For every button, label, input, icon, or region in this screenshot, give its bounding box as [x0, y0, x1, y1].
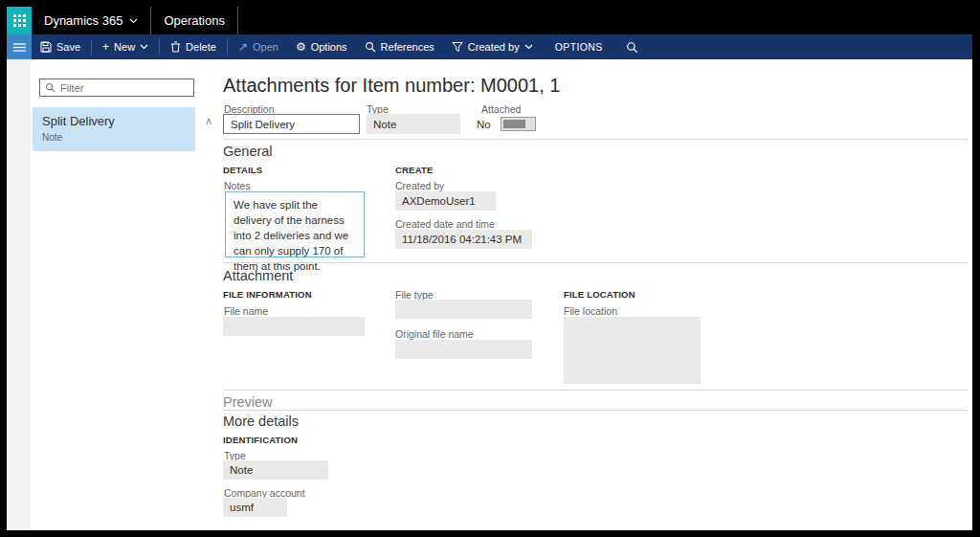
new-button[interactable]: + New — [94, 34, 157, 59]
trash-icon — [170, 41, 181, 53]
file-location-field — [564, 317, 701, 384]
page-title: Attachments for Item number: M0001, 1 — [223, 75, 560, 97]
divider — [223, 410, 968, 411]
open-external-icon: ↗ — [238, 41, 248, 53]
hamburger-icon — [13, 43, 26, 52]
delete-button[interactable]: Delete — [162, 34, 225, 59]
search-icon — [626, 41, 638, 54]
file-name-field — [223, 317, 365, 336]
chevron-down-icon — [140, 44, 148, 50]
attached-toggle[interactable] — [501, 117, 536, 131]
section-preview[interactable]: Preview — [223, 394, 273, 410]
product-name[interactable]: Operations — [151, 7, 238, 34]
created-datetime-field: 11/18/2016 04:21:43 PM — [395, 230, 532, 249]
search-button[interactable] — [616, 34, 648, 59]
screenshot-frame: Dynamics 365 Operations Save + — [0, 0, 980, 537]
attached-label: Attached — [481, 103, 521, 115]
list-item-split-delivery[interactable]: Split Delivery Note — [33, 107, 195, 151]
new-label: New — [114, 41, 135, 53]
original-file-name-field — [395, 340, 532, 359]
separator — [227, 39, 228, 55]
tab-options[interactable]: OPTIONS — [542, 34, 616, 59]
plus-icon: + — [102, 41, 109, 53]
save-icon — [40, 41, 52, 53]
collapsed-nav-rail[interactable] — [7, 59, 31, 530]
divider — [223, 262, 968, 263]
options-button[interactable]: ⚙ Options — [287, 34, 356, 59]
created-by-label: Created by — [468, 41, 520, 53]
funnel-icon — [452, 41, 463, 53]
group-details: DETAILS — [223, 165, 262, 175]
identification-type-field: Note — [223, 460, 328, 480]
save-button[interactable]: Save — [32, 34, 89, 59]
brand-label: Dynamics 365 — [44, 13, 122, 28]
options-label: Options — [311, 41, 347, 53]
content-area: Split Delivery Note ∧ Attachments for It… — [7, 59, 972, 530]
magnifier-icon — [45, 82, 56, 93]
app-window: Dynamics 365 Operations Save + — [7, 7, 972, 530]
attachment-detail-form: Attachments for Item number: M0001, 1 De… — [219, 59, 972, 530]
separator — [159, 39, 160, 55]
waffle-grid-icon — [13, 14, 26, 27]
attachments-list-pane: Split Delivery Note ∧ — [31, 59, 219, 530]
section-general[interactable]: General — [223, 144, 273, 159]
top-nav-bar: Dynamics 365 Operations — [7, 7, 972, 34]
references-button[interactable]: References — [356, 34, 443, 59]
scroll-up-arrow[interactable]: ∧ — [205, 115, 212, 127]
group-create: CREATE — [395, 165, 434, 175]
file-location-label: File location — [564, 305, 617, 317]
file-type-field — [395, 300, 532, 319]
list-item-subtitle: Note — [42, 132, 186, 143]
description-input[interactable] — [231, 119, 352, 130]
delete-label: Delete — [186, 41, 216, 53]
toggle-knob — [503, 120, 525, 128]
group-file-information: FILE INFORMATION — [223, 289, 312, 300]
type-field: Note — [367, 114, 460, 134]
search-icon — [365, 41, 376, 53]
original-file-name-label: Original file name — [395, 328, 474, 340]
attached-value: No — [470, 115, 498, 134]
created-by-field: AXDemoUser1 — [395, 191, 496, 211]
section-more-details[interactable]: More details — [223, 414, 299, 429]
gear-icon: ⚙ — [296, 41, 306, 53]
group-identification: IDENTIFICATION — [223, 435, 298, 445]
created-by-field-label: Created by — [395, 180, 444, 191]
notes-field[interactable]: We have split the delivery of the harnes… — [225, 191, 365, 257]
file-name-label: File name — [224, 305, 268, 317]
open-label: Open — [253, 41, 278, 53]
product-label: Operations — [164, 13, 225, 28]
open-button[interactable]: ↗ Open — [230, 34, 287, 59]
list-item-title: Split Delivery — [42, 114, 186, 128]
command-bar: Save + New Delete ↗ Open ⚙ Options — [7, 34, 972, 59]
separator — [91, 39, 92, 55]
chevron-down-icon — [524, 44, 533, 50]
description-field[interactable] — [223, 114, 360, 134]
notes-label: Notes — [224, 180, 250, 191]
divider — [223, 139, 968, 140]
section-attachment[interactable]: Attachment — [223, 268, 293, 283]
save-label: Save — [56, 41, 80, 53]
created-datetime-label: Created date and time — [395, 218, 495, 230]
group-file-location: FILE LOCATION — [564, 289, 635, 300]
references-label: References — [381, 41, 434, 53]
filter-input[interactable] — [60, 82, 189, 94]
created-by-filter-button[interactable]: Created by — [443, 34, 542, 59]
company-account-field: usmf — [223, 498, 287, 517]
divider — [223, 390, 968, 391]
app-launcher-button[interactable] — [7, 7, 32, 34]
brand-menu[interactable]: Dynamics 365 — [32, 7, 151, 34]
hamburger-menu-button[interactable] — [7, 34, 32, 59]
chevron-down-icon — [129, 18, 138, 24]
filter-searchbox[interactable] — [39, 78, 194, 97]
